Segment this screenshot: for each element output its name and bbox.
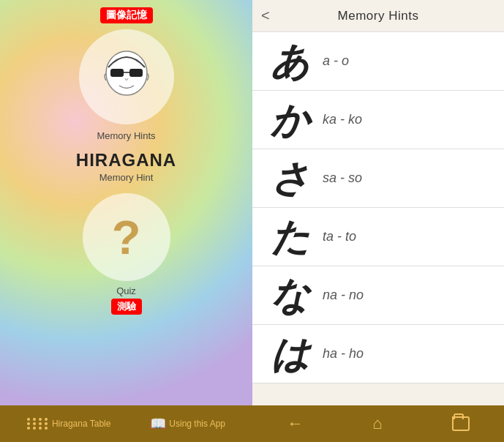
- question-mark: ?: [112, 214, 141, 261]
- folder-icon: [452, 416, 470, 431]
- memory-hint-subtitle: Memory Hint: [99, 172, 154, 183]
- hint-range: na - no: [323, 288, 364, 303]
- right-back-button[interactable]: ←: [287, 414, 303, 433]
- hint-range: ta - to: [323, 229, 356, 244]
- hint-range: sa - so: [323, 171, 362, 186]
- left-content: 圖像記憶: [0, 0, 252, 405]
- hint-item[interactable]: なna - no: [252, 266, 504, 325]
- using-app-label: Using this App: [169, 419, 225, 429]
- hiragana-title: HIRAGANA: [76, 150, 176, 171]
- right-panel: < Memory Hints あa - oかka - koさsa - soたta…: [252, 0, 504, 442]
- back-arrow-header[interactable]: <: [261, 7, 270, 24]
- left-panel: 圖像記憶: [0, 0, 252, 442]
- quiz-label: Quiz: [116, 285, 136, 296]
- hint-item[interactable]: たta - to: [252, 208, 504, 266]
- hint-char: な: [264, 277, 315, 315]
- hint-item[interactable]: あa - o: [252, 32, 504, 91]
- hint-char: さ: [264, 160, 315, 198]
- grid-icon: [27, 418, 49, 430]
- right-header: < Memory Hints: [252, 0, 504, 32]
- right-home-button[interactable]: ⌂: [372, 414, 382, 433]
- using-app-button[interactable]: 📖 Using this App: [150, 416, 225, 432]
- hint-item[interactable]: かka - ko: [252, 91, 504, 149]
- memory-hints-circle[interactable]: [79, 29, 174, 124]
- book-icon: 📖: [150, 416, 166, 432]
- app-title-badge: 圖像記憶: [100, 7, 153, 23]
- left-bottom-bar: Hiragana Table 📖 Using this App: [0, 405, 252, 442]
- quiz-circle[interactable]: ?: [83, 193, 170, 281]
- right-header-title: Memory Hints: [338, 9, 419, 23]
- right-bottom-bar: ← ⌂: [252, 405, 504, 442]
- hint-char: た: [264, 218, 315, 256]
- quiz-badge: 測驗: [111, 299, 142, 315]
- hint-range: ha - ho: [323, 346, 364, 362]
- hint-char: は: [264, 335, 315, 373]
- hiragana-table-button[interactable]: Hiragana Table: [27, 418, 111, 430]
- hint-char: あ: [264, 42, 315, 80]
- right-folder-button[interactable]: [452, 416, 470, 431]
- hint-range: a - o: [323, 53, 349, 69]
- hiragana-table-label: Hiragana Table: [52, 419, 111, 429]
- hint-range: ka - ko: [323, 112, 362, 127]
- svg-rect-1: [110, 69, 124, 77]
- hint-item[interactable]: さsa - so: [252, 149, 504, 208]
- svg-rect-2: [129, 69, 143, 77]
- memory-hints-label: Memory Hints: [97, 130, 155, 141]
- hint-item[interactable]: はha - ho: [252, 325, 504, 383]
- head-illustration: [97, 45, 156, 108]
- hint-char: か: [264, 101, 315, 139]
- hint-list: あa - oかka - koさsa - soたta - toなna - noはh…: [252, 32, 504, 405]
